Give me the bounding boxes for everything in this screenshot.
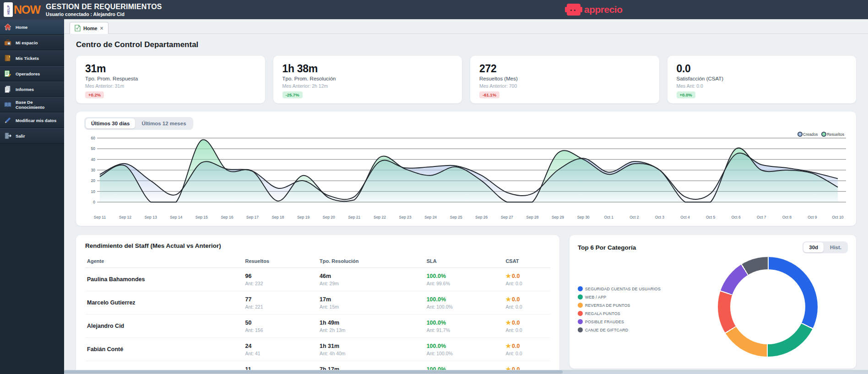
sidebar-item-label: Mis Tickets (16, 56, 39, 61)
tab-close-icon[interactable]: × (100, 26, 103, 31)
range-button-0[interactable]: Últimos 30 días (86, 118, 135, 128)
resueltos-prev: Ant: 41 (245, 351, 316, 356)
tab-strip: Home × (64, 19, 868, 34)
sidebar-item-modificar-mis-datos[interactable]: Modificar mis datos (0, 112, 64, 128)
now-logo-text: NOW (14, 4, 40, 16)
legend-dot-icon (821, 132, 826, 137)
trend-chart-panel: Últimos 30 díasÚltimos 12 meses CreadosR… (76, 112, 856, 226)
svg-text:30: 30 (91, 168, 96, 172)
tpo-value: 1h 31m (320, 343, 423, 349)
svg-text:40: 40 (91, 157, 96, 162)
sidebar-item-mis-tickets[interactable]: Mis Tickets (0, 50, 64, 66)
category-legend-item[interactable]: CANJE DE GIFTCARD (578, 327, 688, 332)
csat-prev: Ant: 0.0 (505, 351, 548, 356)
category-legend-item[interactable]: REVERSA DE PUNTOS (578, 303, 688, 308)
svg-text:Oct 6: Oct 6 (731, 215, 741, 219)
svg-text:Sep 24: Sep 24 (424, 215, 437, 219)
donut-chart-wrap (688, 257, 848, 357)
agent-name: Fabián Conté (87, 346, 241, 353)
page-title: Centro de Control Departamental (64, 34, 868, 49)
category-range-button-0[interactable]: 30d (803, 242, 824, 252)
staff-col-header: Tpo. Resolución (318, 255, 425, 268)
workspace-icon (4, 38, 12, 47)
sla-value: 100.0% (427, 273, 502, 279)
category-label: POSIBLE FRAUDES (585, 320, 624, 324)
legend-item-creados[interactable]: Creados (797, 132, 818, 137)
knowledge-icon (4, 101, 12, 109)
category-label: WEB / APP (585, 295, 606, 299)
tab-home[interactable]: Home × (70, 22, 108, 34)
horizontal-scrollbar[interactable] (64, 370, 868, 374)
kpi-previous: Mes Anterior: 31m (85, 83, 256, 89)
svg-text:Oct 10: Oct 10 (832, 215, 843, 219)
kpi-delta-badge: -61.1% (479, 91, 499, 98)
kpi-card-1: 1h 38mTpo. Prom. ResoluciónMes Anterior:… (273, 56, 462, 103)
svg-text:Sep 27: Sep 27 (501, 215, 513, 219)
staff-table: AgenteResueltosTpo. ResoluciónSLACSAT Pa… (85, 255, 550, 374)
svg-text:Oct 7: Oct 7 (757, 215, 766, 219)
svg-text:Sep 15: Sep 15 (195, 215, 208, 219)
resueltos-prev: Ant: 232 (245, 281, 316, 286)
kpi-label: Satisfacción (CSAT) (677, 76, 847, 81)
sidebar-item-salir[interactable]: Salir (0, 128, 64, 144)
resueltos-value: 50 (245, 320, 316, 326)
kpi-card-0: 31mTpo. Prom. RespuestaMes Anterior: 31m… (76, 56, 265, 103)
category-legend-item[interactable]: WEB / APP (578, 294, 688, 299)
category-range-button-1[interactable]: Hist. (825, 242, 847, 252)
sla-value: 100.0% (427, 343, 502, 349)
sidebar-nav: HomeMi espacioMis TicketsOperadoresInfor… (0, 19, 64, 374)
category-legend-item[interactable]: POSIBLE FRAUDES (578, 319, 688, 324)
range-button-1[interactable]: Últimos 12 meses (136, 118, 191, 128)
bottom-row: Rendimiento del Staff (Mes Actual vs Ant… (64, 226, 868, 374)
svg-text:Oct 3: Oct 3 (655, 215, 665, 219)
helpnow-logo: HELP NOW (4, 2, 40, 17)
staff-col-header: SLA (425, 255, 504, 268)
sla-prev: Ant: 91.7% (427, 327, 502, 333)
tpo-value: 1h 49m (320, 320, 423, 326)
sidebar-item-informes[interactable]: Informes (0, 81, 64, 97)
tpo-value: 46m (320, 273, 423, 279)
sidebar-item-mi-espacio[interactable]: Mi espacio (0, 35, 64, 50)
sidebar-item-label: Informes (16, 87, 34, 92)
svg-text:Sep 20: Sep 20 (323, 215, 335, 219)
category-legend-item[interactable]: SEGURIDAD CUENTAS DE USUARIOS (578, 286, 688, 291)
csat-prev: Ant: 0.0 (505, 327, 548, 333)
sidebar-item-base-de-conocimiento[interactable]: Base De Conocimiento (0, 97, 64, 112)
area-chart: 0102030405060Sep 11Sep 12Sep 13Sep 14Sep… (84, 133, 848, 222)
apprecio-brand-text: apprecio (584, 4, 623, 15)
svg-text:Oct 1: Oct 1 (604, 215, 614, 219)
staff-table-row: Paulina Bahamondes96Ant: 23246mAnt: 29m1… (85, 268, 550, 291)
scrollbar-thumb[interactable] (64, 370, 563, 374)
staff-col-header: Resueltos (243, 255, 318, 268)
category-label: CANJE DE GIFTCARD (585, 328, 628, 332)
sidebar-item-home[interactable]: Home (0, 19, 64, 35)
tpo-prev: Ant: 15m (320, 304, 423, 310)
svg-text:Sep 12: Sep 12 (119, 215, 131, 219)
staff-table-row: Alejandro Cid50Ant: 1561h 49mAnt: 2h 13m… (85, 315, 550, 338)
tpo-prev: Ant: 4h 40m (320, 351, 423, 356)
kpi-value: 1h 38m (282, 63, 453, 75)
sla-value: 100.0% (427, 320, 502, 326)
exit-icon (4, 132, 12, 140)
apprecio-brand: apprecio (567, 0, 623, 19)
main-content: Centro de Control Departamental 31mTpo. … (64, 34, 868, 374)
kpi-label: Resueltos (Mes) (479, 76, 650, 81)
tpo-value: 17m (320, 296, 423, 303)
csat-prev: Ant: 0.0 (505, 281, 548, 286)
kpi-label: Tpo. Prom. Respuesta (85, 76, 256, 81)
sidebar-item-operadores[interactable]: Operadores (0, 66, 64, 81)
category-legend: SEGURIDAD CUENTAS DE USUARIOSWEB / APPRE… (578, 286, 688, 336)
svg-text:Sep 16: Sep 16 (221, 215, 233, 219)
category-label: REGALA PUNTOS (585, 311, 620, 316)
tab-home-label: Home (83, 26, 98, 31)
staff-col-header: Agente (85, 255, 243, 268)
kpi-value: 272 (479, 63, 650, 75)
csat-value: 0.0 (512, 273, 520, 279)
kpi-card-2: 272Resueltos (Mes)Mes Anterior: 700-61.1… (470, 56, 659, 103)
svg-text:Sep 23: Sep 23 (399, 215, 412, 219)
resueltos-prev: Ant: 221 (245, 304, 316, 310)
category-legend-item[interactable]: REGALA PUNTOS (578, 311, 688, 316)
category-dot-icon (578, 327, 583, 332)
staff-table-row: Fabián Conté24Ant: 411h 31mAnt: 4h 40m10… (85, 338, 550, 361)
legend-item-resueltos[interactable]: Resueltos (821, 132, 844, 137)
